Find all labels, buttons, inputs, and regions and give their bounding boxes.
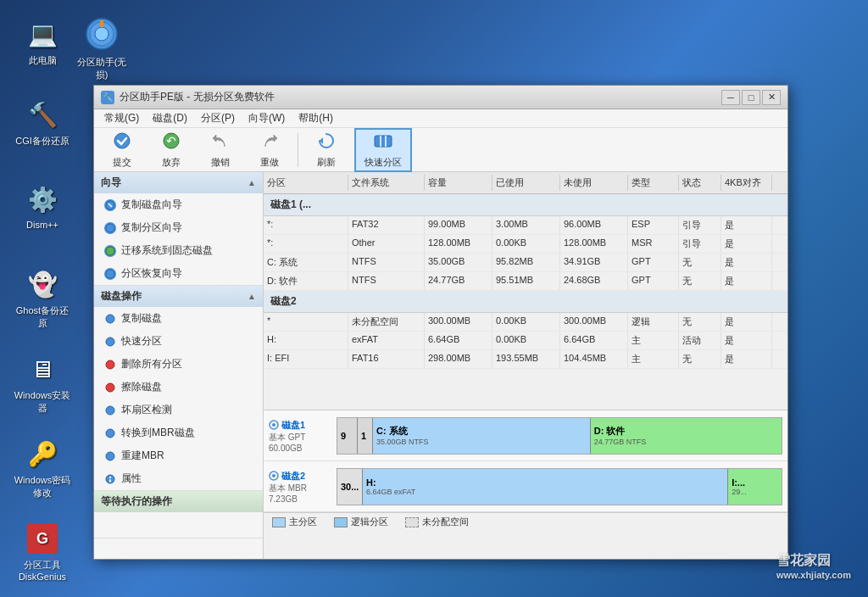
menu-item-help[interactable]: 帮助(H) — [292, 109, 340, 127]
menu-item-wizard[interactable]: 向导(W) — [242, 109, 292, 127]
rebuild-mbr-icon — [104, 450, 116, 462]
desktop-icon-windows-password[interactable]: 🔑 Windows密码修改 — [13, 437, 72, 499]
table-row-disk2-1[interactable]: H: exFAT 6.64GB 0.00KB 6.64GB 主 活动 是 — [264, 332, 787, 350]
disk1-seg-d[interactable]: D: 软件 24.77GB NTFS — [591, 418, 782, 454]
right-panel: 分区 文件系统 容量 已使用 未使用 类型 状态 4KB对齐 磁盘1 (... … — [264, 172, 787, 559]
disk2-group-header: 磁盘2 — [264, 291, 787, 313]
legend-unallocated: 未分配空间 — [405, 516, 469, 528]
pending-operations-list — [94, 512, 263, 538]
col-partition: 分区 — [264, 175, 348, 191]
svg-point-31 — [272, 474, 275, 477]
disk1-seg-c[interactable]: C: 系统 35.00GB NTFS — [373, 418, 591, 454]
svg-point-17 — [106, 270, 114, 278]
table-header: 分区 文件系统 容量 已使用 未使用 类型 状态 4KB对齐 — [264, 172, 787, 194]
menu-item-regular[interactable]: 常规(G) — [97, 109, 146, 127]
sidebar-item-quick-partition[interactable]: 快速分区 — [94, 330, 263, 353]
desktop-icon-windows-installer[interactable]: 🖥 Windows安装器 — [13, 352, 72, 415]
minimize-button[interactable]: ─ — [721, 90, 740, 105]
sidebar-item-erase-disk[interactable]: 擦除磁盘 — [94, 376, 263, 399]
svg-point-15 — [106, 224, 114, 232]
disk2-vis-label: 磁盘2 基本 MBR 7.23GB — [269, 470, 337, 504]
svg-point-29 — [272, 423, 275, 427]
toolbar-quick-partition-button[interactable]: 快速分区 — [354, 128, 412, 172]
table-row-disk2-0[interactable]: * 未分配空间 300.00MB 0.00KB 300.00MB 逻辑 无 是 — [264, 313, 787, 332]
desktop-icon-dism[interactable]: ⚙️ Dism++ — [13, 182, 72, 230]
disk1-seg-msr[interactable]: 1 — [358, 418, 373, 454]
disk2-vis-row: 磁盘2 基本 MBR 7.23GB 30... H: 6.64GB exFAT — [264, 461, 787, 512]
toolbar-refresh-button[interactable]: 刷新 — [305, 129, 348, 171]
disk1-group-header: 磁盘1 (... — [264, 194, 787, 216]
sidebar-pending-section: 等待执行的操作 — [94, 491, 263, 538]
desktop-icon-cgi-backup[interactable]: 🔨 CGI备份还原 — [13, 98, 72, 148]
sidebar: 向导 ▲ 复制磁盘向导 复制分区向导 — [94, 172, 264, 559]
disk1-seg-esp[interactable]: 9 — [337, 418, 358, 454]
sidebar-item-bad-sector[interactable]: 坏扇区检测 — [94, 399, 263, 421]
disk2-seg-unalloc[interactable]: 30... — [337, 469, 363, 505]
toolbar-submit-button[interactable]: 提交 — [101, 129, 143, 171]
legend-bar: 主分区 逻辑分区 未分配空间 — [264, 512, 787, 531]
menu-bar: 常规(G) 磁盘(D) 分区(P) 向导(W) 帮助(H) — [94, 109, 787, 128]
copy-disk-op-icon — [104, 313, 116, 325]
sidebar-item-properties[interactable]: 属性 — [94, 467, 263, 490]
title-bar[interactable]: 🔧 分区助手PE版 - 无损分区免费软件 ─ □ ✕ — [94, 86, 787, 109]
sidebar-pending-header[interactable]: 等待执行的操作 — [94, 491, 263, 512]
sidebar-item-copy-disk[interactable]: 复制磁盘向导 — [94, 193, 263, 216]
disk-ops-collapse-arrow: ▲ — [248, 292, 256, 301]
main-content: 向导 ▲ 复制磁盘向导 复制分区向导 — [94, 172, 787, 559]
toolbar-redo-button[interactable]: 重做 — [248, 129, 291, 171]
delete-partitions-icon — [104, 359, 116, 371]
close-button[interactable]: ✕ — [762, 90, 781, 105]
col-status: 状态 — [679, 175, 721, 191]
col-align: 4KB对齐 — [721, 175, 772, 191]
sidebar-disk-ops-header[interactable]: 磁盘操作 ▲ — [94, 286, 263, 307]
svg-point-23 — [106, 429, 114, 438]
sidebar-wizard-header[interactable]: 向导 ▲ — [94, 172, 263, 193]
svg-text:↶: ↶ — [166, 134, 176, 148]
table-row-disk1-2[interactable]: C: 系统 NTFS 35.00GB 95.82MB 34.91GB GPT 无… — [264, 254, 787, 272]
sidebar-item-delete-all-partitions[interactable]: 删除所有分区 — [94, 353, 263, 376]
svg-point-24 — [106, 452, 114, 460]
disk2-seg-h[interactable]: H: 6.64GB exFAT — [363, 469, 728, 505]
desktop-icon-ghost-backup[interactable]: 👻 Ghost备份还原 — [13, 267, 72, 330]
sidebar-item-convert-mbr[interactable]: 转换到MBR磁盘 — [94, 421, 263, 444]
watermark: 雪花家园 www.xhjiaty.com — [776, 552, 851, 580]
maximize-button[interactable]: □ — [742, 90, 760, 105]
migrate-ssd-icon — [104, 245, 116, 257]
wizard-collapse-arrow: ▲ — [248, 178, 256, 187]
partition-recovery-icon — [104, 268, 116, 280]
sidebar-disk-ops-section: 磁盘操作 ▲ 复制磁盘 快速分区 — [94, 286, 263, 491]
toolbar-discard-button[interactable]: ↶ 放弃 — [150, 129, 192, 171]
window-icon: 🔧 — [101, 91, 114, 104]
table-row-disk1-3[interactable]: D: 软件 NTFS 24.77GB 95.51MB 24.68GB GPT 无… — [264, 272, 787, 291]
sidebar-item-partition-recovery[interactable]: 分区恢复向导 — [94, 262, 263, 285]
disk2-seg-i[interactable]: I:... 29... — [728, 469, 782, 505]
table-row-disk1-1[interactable]: *: Other 128.00MB 0.00KB 128.00MB MSR 引导… — [264, 235, 787, 254]
menu-item-partition[interactable]: 分区(P) — [194, 109, 242, 127]
svg-rect-3 — [100, 20, 103, 27]
toolbar: 提交 ↶ 放弃 撤销 重做 — [94, 128, 787, 172]
copy-partition-icon — [104, 222, 116, 234]
desktop-icon-partition-assistant[interactable]: 分区助手(无损) — [72, 17, 131, 81]
svg-point-18 — [106, 315, 114, 323]
svg-text:G: G — [36, 530, 48, 547]
window-controls: ─ □ ✕ — [721, 90, 781, 105]
col-used: 已使用 — [492, 175, 560, 191]
table-row-disk2-2[interactable]: I: EFI FAT16 298.00MB 193.55MB 104.45MB … — [264, 350, 787, 369]
toolbar-undo-button[interactable]: 撤销 — [199, 129, 242, 171]
desktop-icon-this-computer[interactable]: 💻 此电脑 — [13, 17, 72, 67]
copy-disk-icon — [104, 199, 116, 211]
sidebar-wizard-section: 向导 ▲ 复制磁盘向导 复制分区向导 — [94, 172, 263, 286]
disk1-vis-bar: 9 1 C: 系统 35.00GB NTFS D: 软件 24.77GB — [337, 417, 782, 455]
col-free: 未使用 — [560, 175, 628, 191]
sidebar-item-copy-partition[interactable]: 复制分区向导 — [94, 216, 263, 239]
table-row-disk1-0[interactable]: *: FAT32 99.00MB 3.00MB 96.00MB ESP 引导 是 — [264, 216, 787, 235]
bad-sector-icon — [104, 405, 116, 416]
sidebar-item-rebuild-mbr[interactable]: 重建MBR — [94, 444, 263, 467]
menu-item-disk[interactable]: 磁盘(D) — [146, 109, 194, 127]
svg-point-22 — [106, 406, 114, 415]
legend-logical-partition: 逻辑分区 — [334, 516, 388, 528]
disk1-vis-label: 磁盘1 基本 GPT 60.00GB — [269, 419, 337, 453]
sidebar-item-copy-disk-op[interactable]: 复制磁盘 — [94, 307, 263, 330]
sidebar-item-migrate-ssd[interactable]: 迁移系统到固态磁盘 — [94, 239, 263, 262]
desktop-icon-partition-tool[interactable]: G 分区工具DiskGenius — [13, 522, 72, 582]
